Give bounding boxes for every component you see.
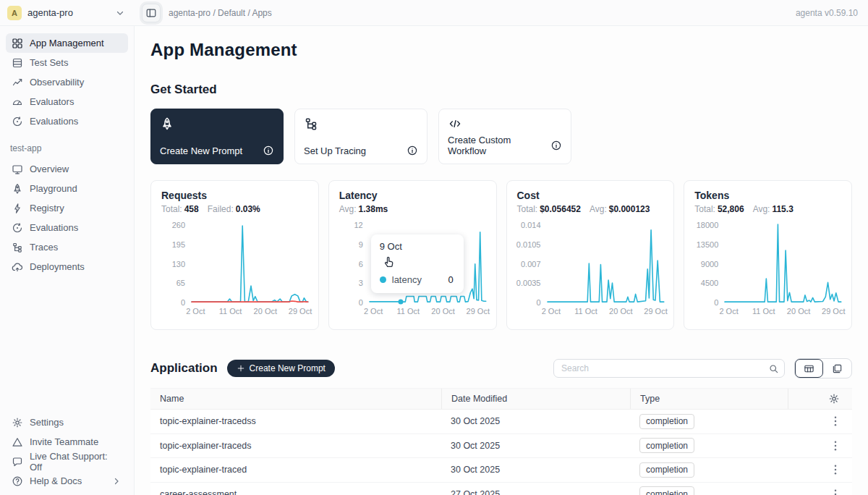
y-tick-label: 0 (536, 298, 540, 307)
breadcrumb[interactable]: agenta-pro / Default / Apps (169, 8, 272, 18)
workspace-name: agenta-pro (27, 7, 109, 18)
table-settings-icon[interactable] (828, 393, 840, 405)
sidebar-item-label: Traces (30, 242, 58, 253)
page-title: App Management (150, 40, 852, 60)
column-header-name[interactable]: Name (150, 389, 441, 409)
row-menu-kebab-icon[interactable] (829, 439, 842, 452)
sidebar-app-item-deployments[interactable]: Deployments (6, 257, 128, 276)
table-row[interactable]: topic-explainer-tracedss30 Oct 2025compl… (150, 410, 852, 434)
table-view-button[interactable] (795, 359, 823, 378)
column-header-type[interactable]: Type (630, 389, 788, 409)
cell-name: topic-explainer-traced (150, 465, 441, 475)
x-axis-labels: 2 Oct11 Oct20 Oct29 Oct (192, 307, 308, 317)
sidebar-item-label: Overview (30, 164, 69, 174)
table-row[interactable]: career-assessment27 Oct 2025completion (150, 483, 852, 495)
x-tick-label: 29 Oct (467, 307, 490, 316)
sidebar-collapse-button[interactable] (142, 4, 161, 22)
type-badge: completion (639, 462, 694, 478)
applications-table: NameDate ModifiedType topic-explainer-tr… (150, 388, 852, 495)
panel-left-icon (145, 7, 157, 19)
y-axis-labels: 0.0140.01050.0070.00350 (517, 221, 548, 307)
sidebar-footer-item-invite-teammate[interactable]: Invite Teammate (6, 432, 128, 452)
y-tick-label: 0.014 (521, 221, 541, 229)
y-axis-labels: 1800013500900045000 (694, 221, 725, 307)
sidebar-item-test-sets[interactable]: Test Sets (6, 53, 128, 72)
get-started-card-label: Create New Prompt (160, 145, 242, 156)
x-tick-label: 20 Oct (787, 307, 810, 316)
y-tick-label: 0 (714, 298, 718, 307)
sidebar-app-nav: OverviewPlaygroundRegistryEvaluationsTra… (6, 159, 128, 276)
x-tick-label: 20 Oct (609, 307, 632, 316)
sidebar-app-item-traces[interactable]: Traces (6, 237, 128, 257)
cell-name: topic-explainer-tracedss (150, 416, 441, 426)
y-tick-label: 4500 (701, 279, 718, 287)
y-tick-label: 0 (359, 298, 363, 307)
chevron-right-icon (111, 475, 122, 487)
application-header-row: Application Create New Prompt (150, 358, 852, 378)
row-menu-kebab-icon[interactable] (829, 488, 842, 495)
cell-type: completion (630, 414, 788, 429)
table-row[interactable]: topic-explainer-traced30 Oct 2025complet… (150, 458, 852, 483)
sidebar-item-evaluators[interactable]: Evaluators (6, 92, 128, 111)
sidebar-app-item-playground[interactable]: Playground (6, 179, 128, 198)
y-tick-label: 3 (359, 279, 363, 287)
cell-date-modified: 30 Oct 2025 (441, 416, 630, 426)
get-started-card-set-up-tracing[interactable]: Set Up Tracing (294, 109, 427, 164)
row-menu-kebab-icon[interactable] (829, 415, 842, 428)
table-header: NameDate ModifiedType (150, 388, 852, 410)
chart-stat: Total:$0.056452 (517, 204, 581, 214)
evaluations-icon (12, 222, 23, 234)
x-tick-label: 29 Oct (289, 307, 312, 316)
x-tick-label: 29 Oct (822, 307, 845, 316)
sidebar-app-item-evaluations[interactable]: Evaluations (6, 218, 128, 237)
sidebar-app-item-overview[interactable]: Overview (6, 159, 128, 179)
sidebar-app-item-registry[interactable]: Registry (6, 198, 128, 218)
x-axis-labels: 2 Oct11 Oct20 Oct29 Oct (370, 307, 486, 317)
sidebar-item-label: Evaluators (30, 96, 74, 107)
sidebar-footer-item-help-docs[interactable]: Help & Docs (6, 471, 128, 491)
code-icon (448, 117, 462, 131)
cell-name: career-assessment (150, 489, 441, 495)
chart-plot-area: 0.0140.01050.0070.00350 (517, 224, 664, 302)
table-row[interactable]: topic-explainer-traceds30 Oct 2025comple… (150, 434, 852, 459)
sidebar-item-label: Test Sets (30, 57, 68, 68)
sidebar-footer-item-live-chat-support-off[interactable]: Live Chat Support: Off (6, 452, 128, 471)
chart-canvas (725, 224, 841, 302)
card-view-button[interactable] (823, 359, 851, 378)
sidebar-item-label: Registry (30, 203, 64, 213)
sidebar-item-evaluations[interactable]: Evaluations (6, 111, 128, 131)
y-tick-label: 18000 (697, 221, 719, 229)
sidebar-item-observability[interactable]: Observability (6, 72, 128, 92)
sidebar-footer-item-settings[interactable]: Settings (6, 412, 128, 432)
sidebar-nav: App ManagementTest SetsObservabilityEval… (6, 33, 128, 131)
chart-title: Tokens (694, 190, 841, 201)
app-version-label: agenta v0.59.10 (796, 8, 868, 18)
chart-tooltip: 9 Octlatency0 (371, 234, 464, 293)
search-icon[interactable] (768, 363, 779, 374)
y-tick-label: 260 (172, 221, 185, 229)
sidebar-item-label: Help & Docs (30, 475, 82, 486)
tooltip-series-value: 0 (448, 274, 455, 285)
tokens-chart-card: TokensTotal:52,806Avg:115.31800013500900… (684, 180, 852, 330)
tooltip-date: 9 Oct (380, 241, 455, 252)
table-view-icon (804, 363, 814, 374)
column-header-settings (788, 389, 852, 409)
column-header-date-modified[interactable]: Date Modified (441, 389, 630, 409)
y-tick-label: 130 (172, 260, 185, 268)
get-started-card-create-custom-workflow[interactable]: Create Custom Workflow (438, 109, 571, 164)
tooltip-series-row: latency0 (380, 274, 455, 285)
workspace-switcher[interactable]: A agenta-pro (0, 6, 135, 20)
get-started-card-label: Create Custom Workflow (448, 135, 550, 156)
create-new-prompt-button[interactable]: Create New Prompt (227, 360, 335, 377)
traces-icon (12, 242, 23, 253)
get-started-card-footer: Create New Prompt (160, 145, 274, 156)
testsets-icon (12, 57, 23, 69)
cell-actions (788, 415, 852, 428)
search-input[interactable] (553, 359, 785, 378)
y-tick-label: 65 (176, 279, 185, 287)
y-tick-label: 6 (359, 260, 363, 268)
get-started-card-create-new-prompt[interactable]: Create New Prompt (150, 109, 284, 164)
sidebar-item-app-management[interactable]: App Management (6, 33, 128, 53)
row-menu-kebab-icon[interactable] (829, 463, 842, 476)
x-tick-label: 11 Oct (397, 307, 420, 316)
